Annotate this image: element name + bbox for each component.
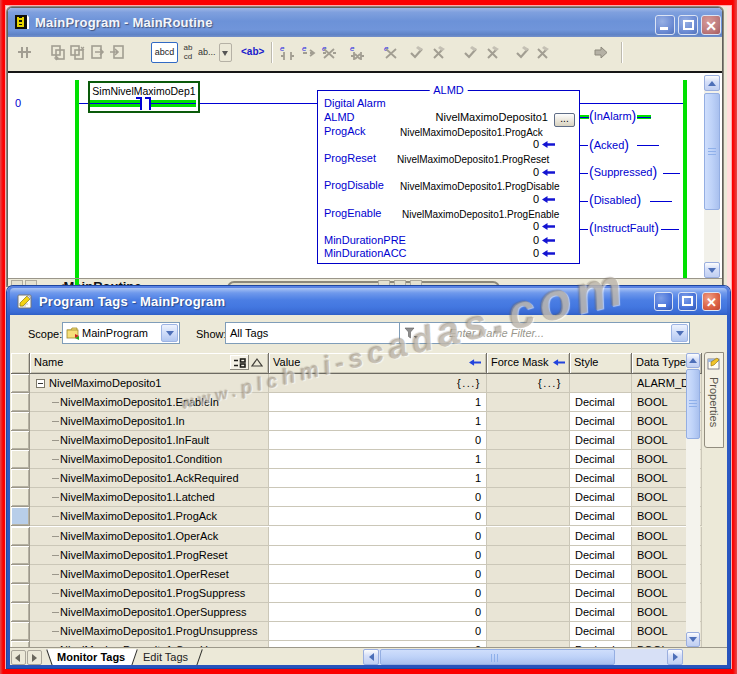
svg-text:e: e [350,44,355,53]
svg-text:e: e [280,44,285,53]
svg-text:e: e [302,44,307,53]
